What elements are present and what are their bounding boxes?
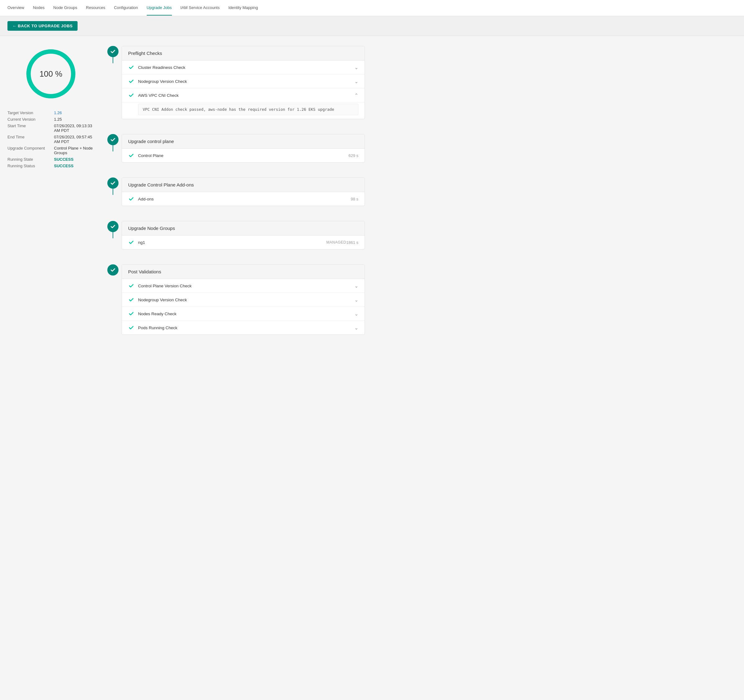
card-addons-wrap: Upgrade Control Plane Add-ons Add-ons 98… xyxy=(122,177,365,213)
section-preflight: Preflight Checks Cluster Readiness Check… xyxy=(104,46,365,127)
upgrade-component-value: Control Plane + Node Groups xyxy=(54,146,94,155)
progress-donut: 100 % xyxy=(23,46,79,102)
nav-node-groups[interactable]: Node Groups xyxy=(54,0,77,15)
back-bar: ← BACK TO UPGRADE JOBS xyxy=(0,16,744,36)
timeline-card-node-groups: Upgrade Node Groups ng1 MANAGED 1861 s xyxy=(122,221,365,249)
tl-vline-post-validations xyxy=(113,276,113,282)
check-time-ng1: 1861 s xyxy=(346,240,359,245)
check-row-nodegroup-version[interactable]: Nodegroup Version Check ⌄ xyxy=(122,74,365,88)
chevron-up-icon-vpc-cni: ⌃ xyxy=(354,92,359,98)
check-icon-control-plane xyxy=(128,152,134,159)
nav-iam-service-accounts[interactable]: IAM Service Accounts xyxy=(180,0,220,15)
running-status-label: Running Status xyxy=(7,164,54,168)
chevron-down-icon-nodes-ready: ⌄ xyxy=(354,311,359,317)
current-version-label: Current Version xyxy=(7,117,54,122)
nav-resources[interactable]: Resources xyxy=(86,0,105,15)
nav-identity-mapping[interactable]: Identity Mapping xyxy=(228,0,258,15)
tl-left-preflight xyxy=(104,46,122,63)
check-row-vpc-cni[interactable]: AWS VPC CNI Check ⌃ xyxy=(122,88,365,103)
info-row-running-state: Running State SUCCESS xyxy=(7,157,94,162)
check-label-control-plane-version: Control Plane Version Check xyxy=(138,284,349,288)
nav-configuration[interactable]: Configuration xyxy=(114,0,138,15)
nav-overview[interactable]: Overview xyxy=(7,0,24,15)
check-icon-pods-running xyxy=(128,325,134,331)
check-icon-nodes-ready xyxy=(128,311,134,317)
card-header-post-validations: Post Validations xyxy=(122,265,365,279)
ng1-managed-badge: MANAGED xyxy=(326,240,346,244)
check-time-addons: 98 s xyxy=(351,197,359,201)
info-table: Target Version 1.26 Current Version 1.25… xyxy=(7,110,94,168)
check-row-control-plane-version[interactable]: Control Plane Version Check ⌄ xyxy=(122,279,365,293)
section-node-groups: Upgrade Node Groups ng1 MANAGED 1861 s xyxy=(104,221,365,257)
check-time-control-plane: 629 s xyxy=(348,153,359,158)
tl-vline-node-groups xyxy=(113,232,113,238)
start-time-label: Start Time xyxy=(7,124,54,133)
card-body-post-validations: Control Plane Version Check ⌄ Nodegroup … xyxy=(122,279,365,335)
timeline-circle-addons xyxy=(107,177,119,189)
top-navigation: Overview Nodes Node Groups Resources Con… xyxy=(0,0,744,16)
check-label-control-plane: Control Plane xyxy=(138,153,348,158)
running-state-label: Running State xyxy=(7,157,54,162)
card-body-preflight: Cluster Readiness Check ⌄ Nodegroup Vers… xyxy=(122,61,365,115)
tl-left-post-validations xyxy=(104,264,122,282)
vpc-cni-expand-content: VPC CNI Addon check passed, aws-node has… xyxy=(138,104,359,115)
nav-nodes[interactable]: Nodes xyxy=(33,0,45,15)
target-version-value[interactable]: 1.26 xyxy=(54,110,62,115)
info-row-running-status: Running Status SUCCESS xyxy=(7,164,94,168)
check-row-nodes-ready[interactable]: Nodes Ready Check ⌄ xyxy=(122,307,365,321)
check-label-cluster-readiness: Cluster Readiness Check xyxy=(138,65,349,70)
check-label-nodegroup-version: Nodegroup Version Check xyxy=(138,79,349,84)
card-node-groups-wrap: Upgrade Node Groups ng1 MANAGED 1861 s xyxy=(122,221,365,257)
card-body-node-groups: ng1 MANAGED 1861 s xyxy=(122,235,365,249)
timeline-circle-post-validations xyxy=(107,264,119,276)
chevron-down-icon-control-plane-version: ⌄ xyxy=(354,283,359,289)
card-header-control-plane: Upgrade control plane xyxy=(122,134,365,149)
check-icon-control-plane-version xyxy=(128,283,134,289)
card-header-preflight: Preflight Checks xyxy=(122,46,365,61)
chevron-down-icon-nodegroup-version-post: ⌄ xyxy=(354,297,359,303)
check-row-control-plane[interactable]: Control Plane 629 s xyxy=(122,149,365,162)
check-icon-addons xyxy=(128,196,134,202)
check-row-nodegroup-version-post[interactable]: Nodegroup Version Check ⌄ xyxy=(122,293,365,307)
timeline-card-addons: Upgrade Control Plane Add-ons Add-ons 98… xyxy=(122,177,365,206)
end-time-label: End Time xyxy=(7,135,54,144)
current-version-value: 1.25 xyxy=(54,117,62,122)
card-control-plane-wrap: Upgrade control plane Control Plane 629 … xyxy=(122,134,365,170)
tl-left-addons xyxy=(104,177,122,195)
card-preflight: Preflight Checks Cluster Readiness Check… xyxy=(122,46,365,127)
section-control-plane: Upgrade control plane Control Plane 629 … xyxy=(104,134,365,170)
timeline-circle-control-plane xyxy=(107,134,119,145)
tl-vline-addons xyxy=(113,189,113,195)
progress-label: 100 % xyxy=(39,69,62,79)
timeline-circle-node-groups xyxy=(107,221,119,232)
start-time-value: 07/26/2023, 09:13:33 AM PDT xyxy=(54,124,94,133)
progress-donut-container: 100 % xyxy=(7,46,94,102)
info-row-upgrade-component: Upgrade Component Control Plane + Node G… xyxy=(7,146,94,155)
check-label-nodes-ready: Nodes Ready Check xyxy=(138,311,349,316)
check-label-pods-running: Pods Running Check xyxy=(138,326,349,330)
info-row-current-version: Current Version 1.25 xyxy=(7,117,94,122)
check-label-addons: Add-ons xyxy=(138,197,351,201)
check-row-ng1[interactable]: ng1 MANAGED 1861 s xyxy=(122,235,365,249)
check-row-cluster-readiness[interactable]: Cluster Readiness Check ⌄ xyxy=(122,61,365,74)
check-label-nodegroup-version-post: Nodegroup Version Check xyxy=(138,298,349,302)
check-row-addons[interactable]: Add-ons 98 s xyxy=(122,192,365,206)
card-post-validations-wrap: Post Validations Control Plane Version C… xyxy=(122,264,365,342)
running-status-value: SUCCESS xyxy=(54,164,73,168)
timeline-circle-preflight xyxy=(107,46,119,57)
check-icon-nodegroup-version xyxy=(128,78,134,84)
card-body-control-plane: Control Plane 629 s xyxy=(122,149,365,162)
check-icon-vpc-cni xyxy=(128,92,134,98)
back-to-upgrade-jobs-button[interactable]: ← BACK TO UPGRADE JOBS xyxy=(7,21,77,31)
check-label-vpc-cni: AWS VPC CNI Check xyxy=(138,93,349,98)
section-addons: Upgrade Control Plane Add-ons Add-ons 98… xyxy=(104,177,365,213)
info-row-start-time: Start Time 07/26/2023, 09:13:33 AM PDT xyxy=(7,124,94,133)
info-row-end-time: End Time 07/26/2023, 09:57:45 AM PDT xyxy=(7,135,94,144)
check-row-pods-running[interactable]: Pods Running Check ⌄ xyxy=(122,321,365,335)
card-body-addons: Add-ons 98 s xyxy=(122,192,365,206)
section-post-validations: Post Validations Control Plane Version C… xyxy=(104,264,365,342)
timeline-card-post-validations: Post Validations Control Plane Version C… xyxy=(122,264,365,335)
card-header-node-groups: Upgrade Node Groups xyxy=(122,221,365,235)
chevron-down-icon-pods-running: ⌄ xyxy=(354,325,359,331)
nav-upgrade-jobs[interactable]: Upgrade Jobs xyxy=(147,0,172,15)
